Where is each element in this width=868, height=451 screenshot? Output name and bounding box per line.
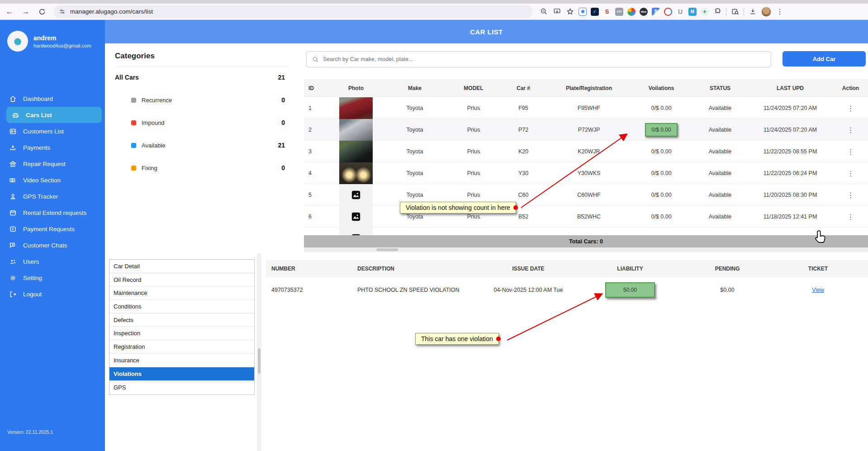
ext-seo-icon[interactable]: S xyxy=(603,8,611,16)
horizontal-scrollbar[interactable] xyxy=(304,247,868,252)
ext-blue-dot-icon[interactable] xyxy=(579,8,587,16)
row-actions-menu-icon[interactable]: ⋮ xyxy=(833,147,868,156)
car-last-upd: 11/24/2025 07:20 AM xyxy=(747,127,833,133)
search-input[interactable] xyxy=(323,56,765,62)
car-photo[interactable] xyxy=(339,162,373,184)
car-photo[interactable] xyxy=(339,119,373,141)
ext-u-icon[interactable]: U xyxy=(676,8,684,16)
row-actions-menu-icon[interactable]: ⋮ xyxy=(833,126,868,134)
car-row-1[interactable]: 1ToyotaPriusF95F95WHF0/$ 0.00Available11… xyxy=(304,97,868,119)
car-last-upd: 11/22/2025 08:55 PM xyxy=(747,148,833,155)
car-search-field[interactable] xyxy=(306,51,771,67)
row-actions-menu-icon[interactable]: ⋮ xyxy=(833,104,868,113)
detail-tab-maintenance[interactable]: Maintenance xyxy=(109,286,254,300)
category-impound[interactable]: Impound 0 xyxy=(115,119,289,126)
ext-web-icon[interactable]: Web xyxy=(640,8,648,16)
add-car-button[interactable]: Add Car xyxy=(783,51,866,66)
sidebar-item-repair-request[interactable]: Repair Request xyxy=(0,156,105,172)
car-photo[interactable] xyxy=(339,141,373,162)
downloads-icon[interactable] xyxy=(748,7,757,16)
sidebar-item-video-section[interactable]: Video Section xyxy=(0,172,105,188)
row-actions-menu-icon[interactable]: ⋮ xyxy=(833,213,868,221)
detail-tab-defects[interactable]: Defects xyxy=(109,313,254,327)
violation-number: 4970735372 xyxy=(266,287,347,293)
category-all-cars[interactable]: All Cars 21 xyxy=(115,74,289,81)
sidebar-item-cars-list[interactable]: Cars List xyxy=(6,107,102,123)
forward-icon[interactable]: → xyxy=(19,5,33,19)
car-row-6[interactable]: 6ToyotaPriusB52B52WHC0/$ 0.00Available11… xyxy=(304,206,868,228)
browser-profile-avatar[interactable] xyxy=(761,7,771,17)
col-make: Make xyxy=(381,85,449,91)
annotation-note-one-violation: This car has one violation xyxy=(415,333,499,345)
ext-m-icon[interactable]: M xyxy=(688,8,697,16)
mouse-cursor xyxy=(814,230,828,248)
car-make: Toyota xyxy=(381,170,449,176)
row-actions-menu-icon[interactable]: ⋮ xyxy=(833,169,868,178)
sidebar-item-gps-tracker[interactable]: GPS Tracker xyxy=(0,188,105,204)
sidebar-item-users[interactable]: Users xyxy=(0,253,105,270)
ext-photos-icon[interactable] xyxy=(627,8,636,16)
app-version: Version: 22.11.2025.1 xyxy=(7,429,53,435)
col-violations: Voilations xyxy=(630,85,693,91)
car-last-upd: 11/24/2025 07:20 AM xyxy=(747,105,833,111)
browser-menu-icon[interactable]: ⋮ xyxy=(775,7,784,16)
tab-search-icon[interactable] xyxy=(730,7,740,16)
ext-orbit-icon[interactable] xyxy=(664,8,672,16)
sidebar-item-setting[interactable]: Setting xyxy=(0,270,105,286)
site-info-icon[interactable] xyxy=(59,8,66,15)
sidebar-item-rental-extend[interactable]: Rental Extend requests xyxy=(0,204,105,221)
sidebar-item-customer-chats[interactable]: Customer Chats xyxy=(0,237,105,253)
sidebar-item-customers-list[interactable]: Customers List xyxy=(0,123,105,139)
bookmark-star-icon[interactable] xyxy=(565,7,574,16)
user-avatar[interactable]: ⬤ xyxy=(7,31,28,52)
category-fixing[interactable]: Fixing 0 xyxy=(115,164,289,171)
vertical-scrollbar[interactable] xyxy=(257,253,261,451)
car-row-3[interactable]: 3ToyotaPriusK20K20WJR0/$ 0.00Available11… xyxy=(304,141,868,162)
view-ticket-link[interactable]: View xyxy=(812,287,824,293)
ext-check-icon[interactable]: ✓ xyxy=(591,8,599,16)
car-row-4[interactable]: 4ToyotaPriusY30Y30WKS0/$ 0.00Available11… xyxy=(304,162,868,184)
car-row-2[interactable]: 2ToyotaPriusP72P72WJP0/$ 0.00Available11… xyxy=(304,119,868,141)
zoom-out-icon[interactable] xyxy=(539,7,548,16)
car-photo[interactable] xyxy=(339,97,373,119)
car-number: B52 xyxy=(498,214,548,220)
detail-tab-car-detail[interactable]: Car Detail xyxy=(109,260,254,273)
detail-tab-inspection[interactable]: Inspection xyxy=(109,327,254,340)
car-make: Toyota xyxy=(381,148,449,155)
category-count: 0 xyxy=(281,119,289,126)
detail-tab-registration[interactable]: Registration xyxy=(109,340,254,354)
address-bar[interactable]: manager.alugago.com/cars/list xyxy=(53,5,533,18)
ext-plus-icon[interactable]: + xyxy=(701,8,709,16)
col-model: MODEL xyxy=(449,85,498,91)
category-recurrence[interactable]: Recurrence 0 xyxy=(115,96,289,104)
sidebar-item-dashboard[interactable]: Dashboard xyxy=(0,90,105,107)
detail-tab-gps[interactable]: GPS xyxy=(109,380,254,394)
col-plate: Plate/Registration xyxy=(548,85,630,91)
violations-highlight: 0/$ 0.00 xyxy=(645,123,677,137)
scrollbar-thumb[interactable] xyxy=(258,348,261,374)
refresh-icon[interactable] xyxy=(35,5,49,19)
detail-tab-oil-record[interactable]: Oil Record xyxy=(109,273,254,287)
users-icon xyxy=(9,258,17,266)
back-icon[interactable]: ← xyxy=(3,5,16,19)
category-available[interactable]: Available 21 xyxy=(115,142,289,149)
car-row-7[interactable]: 7ToyotaPriusK21K21WJR0/$ 0.00Available11… xyxy=(304,228,868,235)
sidebar-item-payments[interactable]: Payments xyxy=(0,139,105,156)
car-plate: B52WHC xyxy=(548,214,630,220)
car-last-upd: 11/20/2025 08:30 PM xyxy=(747,192,833,198)
ext-code-icon[interactable]: </> xyxy=(615,8,623,16)
sidebar-item-payment-requests[interactable]: Payment Requests xyxy=(0,221,105,237)
scrollbar-thumb[interactable] xyxy=(376,248,398,251)
sidebar-item-label: Payment Requests xyxy=(23,226,75,233)
detail-tab-conditions[interactable]: Conditions xyxy=(109,300,254,313)
sidebar-item-logout[interactable]: Logout xyxy=(0,286,105,302)
detail-tab-insurance[interactable]: Insurance xyxy=(109,354,254,367)
extensions-puzzle-icon[interactable] xyxy=(713,7,722,16)
row-actions-menu-icon[interactable]: ⋮ xyxy=(833,191,868,199)
detail-tab-violations[interactable]: Violations xyxy=(109,367,254,381)
ext-translate-icon[interactable]: 文 xyxy=(652,8,660,16)
install-app-icon[interactable] xyxy=(552,7,561,16)
car-row-5[interactable]: 5ToyotaPriusC60C60WHF0/$ 0.00Available11… xyxy=(304,184,868,206)
car-table-header: ID Photo Make MODEL Car # Plate/Registra… xyxy=(304,79,868,97)
car-id: 4 xyxy=(304,170,331,176)
